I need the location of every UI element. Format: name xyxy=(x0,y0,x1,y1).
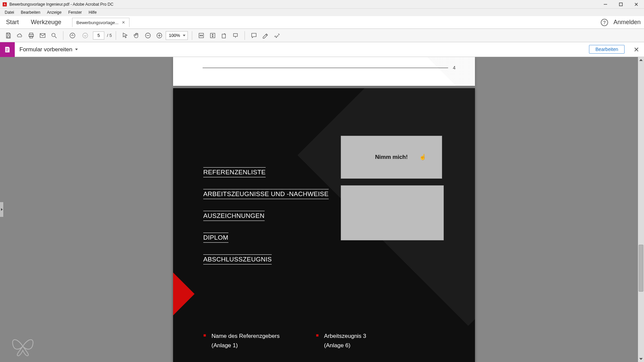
zoom-in-icon[interactable] xyxy=(154,31,164,41)
arrow-tool-icon[interactable] xyxy=(120,31,130,41)
svg-rect-24 xyxy=(6,50,8,50)
svg-rect-4 xyxy=(7,33,10,34)
prepare-form-icon[interactable] xyxy=(0,42,15,57)
page-number-input[interactable] xyxy=(93,32,104,40)
page-down-icon xyxy=(80,31,90,41)
vertical-scrollbar[interactable] xyxy=(638,57,644,362)
save-icon[interactable] xyxy=(3,31,13,41)
form-button-field-nimm-mich[interactable]: Nimm mich! xyxy=(341,136,442,179)
cloud-icon[interactable] xyxy=(15,31,25,41)
zoom-level-select[interactable]: 100% xyxy=(166,31,187,40)
window-maximize-button[interactable] xyxy=(613,0,629,9)
main-toolbar: / 5 100% xyxy=(0,29,644,42)
help-icon[interactable]: ? xyxy=(601,19,608,26)
form-image-field-placeholder[interactable] xyxy=(341,185,444,240)
fit-width-icon[interactable] xyxy=(196,31,206,41)
svg-rect-8 xyxy=(30,36,33,38)
menu-datei[interactable]: Datei xyxy=(1,9,17,15)
menu-fenster[interactable]: Fenster xyxy=(65,9,85,15)
svg-rect-21 xyxy=(222,34,225,38)
heading-diplom: DIPLOM xyxy=(203,233,228,243)
sign-icon[interactable] xyxy=(272,31,282,41)
tab-strip: Start Werkzeuge Bewerbungsvorlage... ✕ ?… xyxy=(0,16,644,29)
svg-rect-22 xyxy=(233,34,237,36)
col1-line2: (Anlage 1) xyxy=(211,341,279,350)
svg-rect-23 xyxy=(6,48,8,49)
attachment-headings-list: REFERENZENLISTE ARBEITSZEUGNISSE UND -NA… xyxy=(203,167,329,276)
svg-point-13 xyxy=(83,33,88,38)
comment-icon[interactable] xyxy=(249,31,259,41)
previous-page-slice[interactable]: 4 xyxy=(173,57,475,86)
col1-line1: Name des Referenzgebers xyxy=(211,331,279,341)
document-viewport[interactable]: 4 REFERENZENLISTE ARBEITSZEUGNISSE UND -… xyxy=(0,57,644,362)
heading-auszeichnungen: AUSZEICHNUNGEN xyxy=(203,211,265,221)
svg-rect-5 xyxy=(7,36,10,38)
tool-name-dropdown[interactable]: Formular vorbereiten xyxy=(19,46,78,53)
document-tab[interactable]: Bewerbungsvorlage... ✕ xyxy=(72,18,130,27)
fit-page-icon[interactable] xyxy=(208,31,218,41)
heading-abschlusszeugnis: ABSCHLUSSZEUGNIS xyxy=(203,254,272,264)
form-button-label: Nimm mich! xyxy=(375,154,408,161)
window-titlebar: Bewerbungsvorlage Ingenieur.pdf - Adobe … xyxy=(0,0,644,9)
close-icon[interactable]: ✕ xyxy=(122,20,125,25)
highlight-icon[interactable] xyxy=(260,31,270,41)
col2-line2: (Anlage 6) xyxy=(324,341,366,350)
page-corner-decoration xyxy=(408,57,475,86)
search-icon[interactable] xyxy=(49,31,59,41)
menu-bearbeiten[interactable]: Bearbeiten xyxy=(17,9,44,15)
acrobat-app-icon xyxy=(2,2,7,7)
svg-point-10 xyxy=(52,33,55,37)
window-minimize-button[interactable] xyxy=(598,0,613,9)
svg-line-11 xyxy=(55,36,57,38)
left-panel-reveal-handle[interactable] xyxy=(0,202,4,217)
svg-point-12 xyxy=(70,33,75,38)
tool-name-label: Formular vorbereiten xyxy=(19,46,72,53)
zoom-level-value: 100% xyxy=(169,33,180,38)
divider-line xyxy=(203,68,448,68)
menu-hilfe[interactable]: Hilfe xyxy=(85,9,100,15)
rotate-icon[interactable] xyxy=(219,31,229,41)
heading-referenzenliste: REFERENZENLISTE xyxy=(203,167,266,177)
edit-button[interactable]: Bearbeiten xyxy=(589,45,625,54)
menu-anzeige[interactable]: Anzeige xyxy=(44,9,65,15)
previous-page-number: 4 xyxy=(453,65,455,70)
window-close-button[interactable] xyxy=(629,0,644,9)
tab-start[interactable]: Start xyxy=(0,16,25,28)
svg-rect-25 xyxy=(6,51,8,51)
tag-icon[interactable] xyxy=(230,31,240,41)
sign-in-link[interactable]: Anmelden xyxy=(613,19,641,26)
prepare-form-tool-strip: Formular vorbereiten Bearbeiten ✕ xyxy=(0,42,644,57)
close-tool-icon[interactable]: ✕ xyxy=(634,46,639,54)
butterfly-watermark-icon xyxy=(9,333,36,358)
reference-columns: ■ Name des Referenzgebers (Anlage 1) ■ A… xyxy=(203,331,366,350)
svg-rect-1 xyxy=(620,3,623,6)
scroll-up-icon[interactable] xyxy=(638,57,644,63)
tab-werkzeuge[interactable]: Werkzeuge xyxy=(25,16,67,28)
menu-bar: Datei Bearbeiten Anzeige Fenster Hilfe xyxy=(0,9,644,16)
bullet-icon: ■ xyxy=(203,331,206,350)
bullet-icon: ■ xyxy=(316,331,319,350)
chevron-down-icon xyxy=(75,49,78,50)
print-icon[interactable] xyxy=(26,31,36,41)
hand-tool-icon[interactable] xyxy=(131,31,142,41)
page-up-icon[interactable] xyxy=(67,31,77,41)
window-title: Bewerbungsvorlage Ingenieur.pdf - Adobe … xyxy=(9,2,113,7)
document-tab-label: Bewerbungsvorlage... xyxy=(76,20,119,25)
red-arrow-decoration xyxy=(173,272,195,316)
mail-icon[interactable] xyxy=(38,31,48,41)
scroll-down-icon[interactable] xyxy=(638,356,644,362)
page-total-label: / 5 xyxy=(107,33,112,38)
scrollbar-thumb[interactable] xyxy=(639,245,643,292)
current-page[interactable]: REFERENZENLISTE ARBEITSZEUGNISSE UND -NA… xyxy=(173,88,475,362)
zoom-out-icon[interactable] xyxy=(143,31,153,41)
col2-line1: Arbeitszeugnis 3 xyxy=(324,331,366,341)
heading-arbeitszeugnisse: ARBEITSZEUGNISSE UND -NACHWEISE xyxy=(203,189,329,199)
